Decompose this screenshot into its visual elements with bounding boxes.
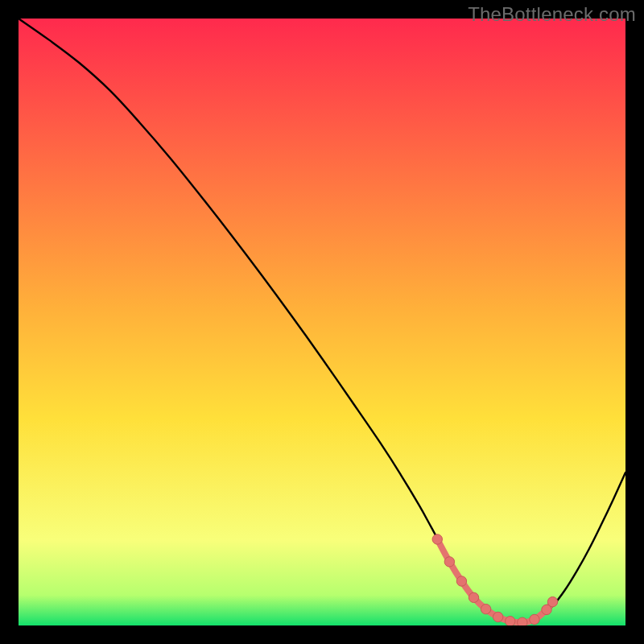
watermark-label: TheBottleneck.com [468, 3, 636, 26]
chart-plot-area [19, 19, 625, 625]
band-point [518, 617, 527, 625]
gradient-background [19, 19, 625, 625]
band-point [481, 604, 490, 613]
chart-svg [19, 19, 625, 625]
band-point [432, 535, 442, 544]
band-point [530, 614, 539, 624]
band-point [506, 617, 515, 625]
band-point [493, 612, 502, 621]
band-point [444, 557, 454, 567]
band-point [456, 576, 466, 586]
band-point [469, 592, 478, 602]
band-point [547, 597, 557, 606]
chart-frame: TheBottleneck.com [0, 0, 644, 644]
